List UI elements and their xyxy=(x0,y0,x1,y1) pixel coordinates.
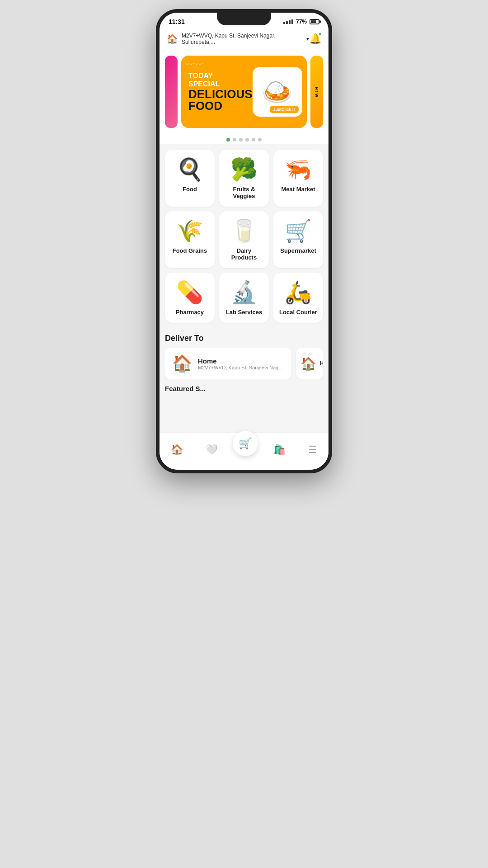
banner-text: TODAY SPECIAL DELICIOUS FOOD xyxy=(188,72,253,112)
meat-market-label: Meat Market xyxy=(281,186,315,193)
supermarket-label: Supermarket xyxy=(280,247,316,254)
battery-text: 77% xyxy=(296,19,307,25)
nav-menu[interactable]: ☰ xyxy=(301,442,324,458)
banner-food-image: 🍛 xyxy=(262,77,293,107)
category-card-food-grains[interactable]: 🌾Food Grains xyxy=(165,211,215,268)
food-label: Food xyxy=(183,186,197,193)
banner-line3: DELICIOUS xyxy=(188,88,253,100)
signal-indicator xyxy=(283,19,293,24)
nav-orders[interactable]: 🛍️ xyxy=(266,442,293,458)
deliver-card-address: M2V7+WVQ, Kapu St, Sanjeevi Nagar, ... xyxy=(198,365,284,370)
banner-main[interactable]: 〰〰 TODAY SPECIAL DELICIOUS FOOD 🍛 JustCl… xyxy=(181,56,307,128)
pharmacy-label: Pharmacy xyxy=(176,309,204,316)
food-icon: 🍳 xyxy=(176,159,203,180)
local-courier-icon: 🛵 xyxy=(285,282,312,303)
nav-home[interactable]: 🏠 xyxy=(164,442,190,458)
pharmacy-icon: 💊 xyxy=(176,282,203,303)
food-grains-icon: 🌾 xyxy=(176,220,203,242)
categories-grid: 🍳Food🥦Fruits & Veggies🦐Meat Market🌾Food … xyxy=(160,144,328,328)
address-section[interactable]: 🏠 M2V7+WVQ, Kapu St, Sanjeevi Nagar, Sul… xyxy=(167,33,309,45)
deliver-card-info: Home M2V7+WVQ, Kapu St, Sanjeevi Nagar, … xyxy=(198,357,284,370)
status-time: 11:31 xyxy=(169,18,185,25)
banner-side-right: FR W xyxy=(310,56,323,128)
category-card-dairy-products[interactable]: 🥛Dairy Products xyxy=(219,211,269,268)
banner-scroll: 〰〰 TODAY SPECIAL DELICIOUS FOOD 🍛 JustCl… xyxy=(165,56,323,128)
dot-6[interactable] xyxy=(258,138,262,142)
nav-spacer xyxy=(160,396,328,432)
deliver-card-title: Home xyxy=(198,357,284,365)
deliver-section: Deliver To 🏠 Home M2V7+WVQ, Kapu St, San… xyxy=(160,328,328,383)
notification-dot xyxy=(318,32,322,36)
home-nav-icon: 🏠 xyxy=(171,444,183,456)
meat-market-icon: 🦐 xyxy=(285,159,312,180)
banner-dots xyxy=(160,133,328,144)
local-courier-label: Local Courier xyxy=(279,309,317,316)
category-card-meat-market[interactable]: 🦐Meat Market xyxy=(273,150,323,207)
category-card-food[interactable]: 🍳Food xyxy=(165,150,215,207)
deliver-card-partial-title: Ho xyxy=(320,360,323,367)
home-icon: 🏠 xyxy=(167,33,178,44)
deliver-cards: 🏠 Home M2V7+WVQ, Kapu St, Sanjeevi Nagar… xyxy=(165,348,323,379)
banner-line1: TODAY xyxy=(188,72,253,80)
app-header: 🏠 M2V7+WVQ, Kapu St, Sanjeevi Nagar, Sul… xyxy=(160,28,328,50)
banner-side-left xyxy=(165,56,178,128)
phone-frame: 11:31 77% 🏠 M2V7+WVQ, Kapu St, Sanjeevi … xyxy=(156,9,332,473)
bag-icon: 🛍️ xyxy=(273,444,286,456)
category-card-fruits-veggies[interactable]: 🥦Fruits & Veggies xyxy=(219,150,269,207)
banner-line4: FOOD xyxy=(188,100,253,112)
lab-services-label: Lab Services xyxy=(226,309,262,316)
featured-section: Featured S... xyxy=(160,383,328,396)
banner-side-right-text: FR W xyxy=(314,87,319,97)
supermarket-icon: 🛒 xyxy=(285,220,312,242)
bottom-navigation: 🏠 🤍 🛒 🛍️ ☰ xyxy=(160,432,328,470)
category-card-local-courier[interactable]: 🛵Local Courier xyxy=(273,273,323,323)
heart-icon: 🤍 xyxy=(206,444,218,456)
category-card-lab-services[interactable]: 🔬Lab Services xyxy=(219,273,269,323)
notification-button[interactable]: 🔔 xyxy=(309,33,321,45)
home-location-icon: 🏠 xyxy=(172,354,192,373)
category-card-pharmacy[interactable]: 💊Pharmacy xyxy=(165,273,215,323)
banner-brand: JustClick It xyxy=(270,106,299,113)
lab-services-icon: 🔬 xyxy=(230,282,258,303)
deliver-card-partial[interactable]: 🏠 Ho xyxy=(296,348,323,379)
deliver-card-home[interactable]: 🏠 Home M2V7+WVQ, Kapu St, Sanjeevi Nagar… xyxy=(165,348,291,379)
dot-2[interactable] xyxy=(233,138,236,142)
food-grains-label: Food Grains xyxy=(173,247,207,254)
main-content: 〰〰 TODAY SPECIAL DELICIOUS FOOD 🍛 JustCl… xyxy=(160,50,328,432)
dot-5[interactable] xyxy=(252,138,255,142)
banner-section: 〰〰 TODAY SPECIAL DELICIOUS FOOD 🍛 JustCl… xyxy=(160,50,328,133)
banner-image: 🍛 JustClick It xyxy=(253,67,302,117)
category-card-supermarket[interactable]: 🛒Supermarket xyxy=(273,211,323,268)
deliver-title: Deliver To xyxy=(165,334,323,343)
featured-title: Featured S... xyxy=(165,385,323,392)
dot-3[interactable] xyxy=(239,138,243,142)
banner-decoration: 〰〰 xyxy=(185,59,203,70)
dot-4[interactable] xyxy=(245,138,249,142)
home-partial-icon: 🏠 xyxy=(300,356,316,371)
fruits-veggies-icon: 🥦 xyxy=(230,159,258,180)
cart-fab-button[interactable]: 🛒 xyxy=(233,431,258,456)
dot-1[interactable] xyxy=(226,138,230,142)
notch xyxy=(217,13,271,25)
fruits-veggies-label: Fruits & Veggies xyxy=(224,186,264,199)
nav-favorites[interactable]: 🤍 xyxy=(198,442,225,458)
battery-icon xyxy=(310,19,319,24)
address-text: M2V7+WVQ, Kapu St, Sanjeevi Nagar, Sullu… xyxy=(182,33,301,45)
dairy-products-icon: 🥛 xyxy=(230,220,258,242)
menu-icon: ☰ xyxy=(308,444,317,456)
cart-fab-icon: 🛒 xyxy=(239,437,252,450)
dairy-products-label: Dairy Products xyxy=(224,247,264,261)
